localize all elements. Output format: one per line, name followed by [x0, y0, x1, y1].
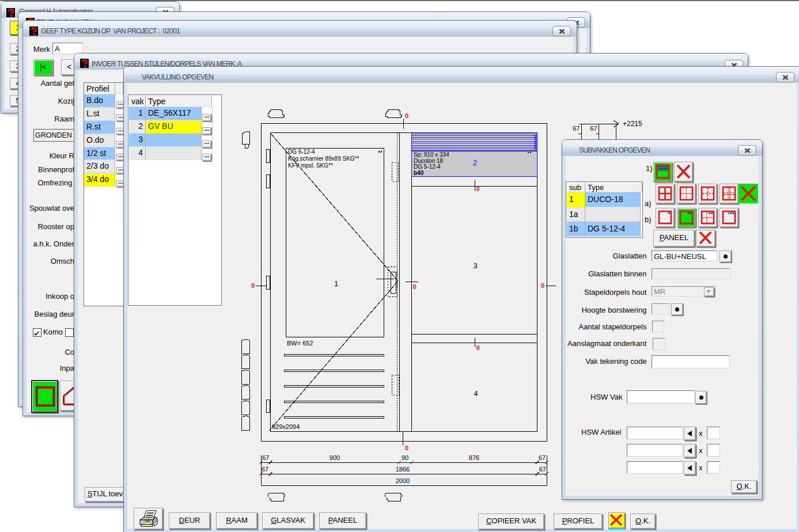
- svg-text:67: 67: [262, 466, 268, 473]
- svg-text:929x2094: 929x2094: [272, 423, 300, 430]
- svg-text:67: 67: [539, 466, 546, 473]
- svg-text:67: 67: [539, 454, 546, 461]
- svg-text:0: 0: [476, 185, 480, 192]
- svg-text:b40: b40: [414, 170, 424, 176]
- svg-text:1866: 1866: [396, 466, 410, 473]
- svg-text:0: 0: [541, 282, 544, 289]
- svg-text:3: 3: [474, 261, 478, 270]
- svg-text:67: 67: [573, 125, 580, 132]
- svg-text:0: 0: [413, 283, 416, 290]
- svg-text:67: 67: [590, 125, 597, 132]
- svg-text:Sp: 910 x 334: Sp: 910 x 334: [414, 151, 449, 158]
- svg-text:Ducoton 18: Ducoton 18: [414, 158, 444, 164]
- svg-text:2000: 2000: [396, 477, 410, 484]
- svg-text:1: 1: [334, 279, 338, 288]
- svg-text:0: 0: [251, 282, 255, 289]
- svg-text:0: 0: [405, 444, 408, 451]
- svg-text:67: 67: [262, 454, 269, 461]
- svg-text:+2215: +2215: [623, 120, 642, 128]
- svg-text:876: 876: [469, 454, 479, 461]
- svg-text:4: 4: [474, 389, 478, 398]
- svg-text:BW= 652: BW= 652: [287, 340, 313, 347]
- svg-text:DG 5-12-4: DG 5-12-4: [414, 164, 441, 170]
- svg-text:90: 90: [402, 454, 408, 461]
- svg-text:KFV mpsl. SKG**: KFV mpsl. SKG**: [288, 162, 333, 169]
- svg-text:900: 900: [330, 454, 340, 461]
- svg-text:Kog.scharnier 89x89 SKG**: Kog.scharnier 89x89 SKG**: [288, 155, 359, 162]
- svg-text:2: 2: [473, 158, 477, 167]
- svg-text:0: 0: [476, 344, 480, 351]
- svg-text:0: 0: [405, 112, 408, 119]
- svg-text:DG 5-12-4: DG 5-12-4: [288, 149, 315, 155]
